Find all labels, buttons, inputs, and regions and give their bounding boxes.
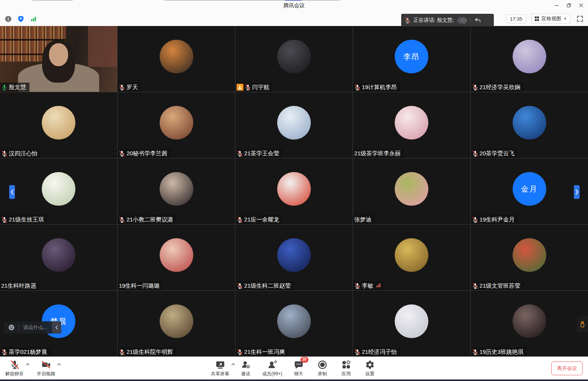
mic-muted-icon — [237, 150, 243, 157]
avatar-photo — [513, 238, 546, 272]
person-badge-icon — [237, 84, 243, 91]
taskbar-edge — [0, 379, 588, 381]
toolbar-unmute-button[interactable]: 解除静音 — [5, 360, 24, 377]
participant-tile[interactable]: 21生科一班冯爽 — [235, 291, 353, 357]
participant-tile[interactable]: 闫宇航 — [235, 26, 353, 92]
toolbar-settings-button[interactable]: 设置 — [363, 360, 377, 377]
collapse-chat-button[interactable] — [52, 321, 61, 334]
participant-name-label: 21应一余耀龙 — [235, 215, 283, 224]
participant-tile[interactable]: 21茶学王会莹 — [235, 92, 353, 158]
participant-tile[interactable]: 21级生科二班赵莹 — [235, 225, 353, 290]
mic-muted-icon — [404, 17, 411, 24]
mic-muted-icon — [237, 217, 243, 223]
participant-tile[interactable]: 21应一余耀龙 — [235, 158, 353, 224]
participant-tile[interactable]: 19生科一闫璐璐 — [118, 225, 235, 290]
mic-muted-icon — [354, 283, 361, 289]
participant-name-label: 21级生科二班赵莹 — [235, 281, 294, 290]
participant-name-label: 汉四汪心怡 — [0, 149, 41, 158]
toolbar-apps-button[interactable]: 应用 — [339, 360, 353, 377]
participant-tile[interactable]: 罗天 — [118, 26, 235, 92]
participant-name-label: 21茶学王会莹 — [235, 149, 283, 158]
speaking-label: 正在讲话: 殷文慧; — [413, 17, 454, 24]
participant-tile[interactable]: 21经济学吴欣娴 — [471, 26, 588, 92]
participant-name-label: 21经济学吴欣娴 — [471, 83, 524, 92]
mic-muted-icon — [472, 217, 479, 223]
participant-name: 李敏 — [362, 282, 373, 290]
usb-device-panel[interactable] — [577, 316, 588, 332]
avatar-photo — [277, 40, 311, 73]
participant-tile[interactable]: 金月 19生科尹金月 — [471, 158, 588, 224]
participant-name: 19生科尹金月 — [480, 216, 515, 223]
divider — [470, 17, 470, 23]
chevron-up-icon[interactable] — [231, 362, 235, 366]
participant-name-label: 20秘书学李兰茜 — [118, 149, 171, 158]
participant-name: 汉四汪心怡 — [9, 150, 38, 157]
network-signal-icon[interactable] — [29, 15, 38, 23]
toolbar-start-video-button[interactable]: 开启视频 — [37, 360, 55, 377]
participant-tile[interactable]: 张梦迪 — [353, 158, 470, 224]
participant-tile[interactable]: 20茶学贾云飞 — [471, 92, 588, 158]
participant-tile[interactable]: 21生科叶路遥 — [0, 225, 117, 290]
speaking-indicator-pill[interactable]: 正在讲话: 殷文慧; — [401, 14, 494, 27]
background-window-edge — [33, 0, 73, 1]
participant-name-label: 19计算机李昂 — [353, 83, 400, 92]
participant-name-label: 20茶学贾云飞 — [471, 149, 518, 158]
participant-tile[interactable]: 21小教二班樊议潞 — [118, 158, 235, 224]
undo-arrow-button[interactable] — [474, 16, 482, 24]
participant-tile[interactable]: 20秘书学李兰茜 — [118, 92, 235, 158]
restore-button[interactable] — [563, 0, 575, 11]
mic-muted-icon — [472, 349, 479, 355]
participant-name: 21级生技王琪 — [9, 216, 44, 223]
toolbar-members-button[interactable]: 成员(99+) — [262, 360, 282, 377]
emoji-button[interactable] — [4, 324, 18, 331]
toolbar-chat-button[interactable]: 20聊天 — [291, 360, 306, 377]
chat-input[interactable]: 说点什么... — [19, 324, 52, 331]
chevron-up-icon[interactable] — [26, 362, 30, 366]
view-mode-selector[interactable]: 宫格视图 ▼ — [531, 14, 570, 24]
usb-device-icon — [579, 320, 586, 329]
minimize-button[interactable] — [550, 0, 563, 11]
participant-tile[interactable]: 21级生技王琪 — [0, 158, 117, 224]
close-button[interactable] — [575, 0, 587, 11]
tencent-meeting-window: 腾讯会议 17:35 宫格视图 ▼ 正在讲话: 殷文慧; — [0, 0, 588, 381]
avatar-photo — [513, 40, 546, 73]
participant-name-label: 21级茶学班李永丽 — [353, 149, 404, 158]
chevron-up-icon[interactable] — [57, 362, 61, 366]
next-page-arrow[interactable] — [574, 185, 580, 199]
toolbar-share-screen-button[interactable]: 共享屏幕 — [211, 360, 229, 377]
participant-tile[interactable]: 李昂 19计算机李昂 — [353, 26, 470, 92]
previous-page-arrow[interactable] — [9, 185, 15, 199]
toolbar-invite-button[interactable]: 邀请 — [238, 360, 253, 377]
participant-tile[interactable]: 殷文慧 — [0, 26, 117, 92]
participant-tile[interactable]: 21级茶学班李永丽 — [353, 92, 470, 158]
participant-tile[interactable]: 21级文管班苏莹 — [471, 225, 588, 290]
toolbar-record-button[interactable]: 录制 — [315, 360, 330, 377]
participant-tile[interactable]: 21经济冯子怡 — [353, 291, 470, 357]
participant-name-label: 张梦迪 — [353, 215, 375, 224]
avatar-initials: 金月 — [513, 172, 546, 206]
status-bar-right: 17:35 宫格视图 ▼ — [506, 14, 584, 24]
screen-share-icon — [215, 360, 225, 370]
meeting-info-icon[interactable] — [4, 15, 12, 23]
mic-muted-icon — [119, 349, 125, 355]
participant-name-label: 罗天 — [118, 83, 141, 92]
background-window-edge — [165, 0, 340, 1]
fullscreen-button[interactable] — [576, 15, 584, 23]
toolbar-button-label: 录制 — [318, 371, 327, 377]
leave-meeting-button[interactable]: 离开会议 — [551, 361, 583, 375]
chevron-down-icon: ▼ — [564, 17, 567, 21]
toolbar-button-label: 应用 — [341, 371, 351, 377]
toolbar-center-group: 共享屏幕邀请成员(99+)20聊天录制应用设置 — [211, 360, 377, 377]
window-controls — [550, 0, 587, 11]
participant-tile[interactable]: 汉四汪心怡 — [0, 92, 117, 158]
security-shield-icon[interactable] — [16, 15, 25, 23]
participant-tile[interactable]: 李敏 — [353, 225, 470, 290]
participant-name: 闫宇航 — [252, 84, 270, 91]
meeting-clock: 17:35 — [506, 15, 526, 23]
avatar-photo — [277, 238, 311, 272]
participant-tile[interactable]: 21级生科院牛明辉 — [118, 291, 235, 357]
video-feed — [0, 26, 117, 92]
avatar-photo — [277, 304, 311, 338]
restore-icon — [567, 2, 571, 9]
participant-tile[interactable]: 19历史3班姚艳琪 — [471, 291, 588, 357]
